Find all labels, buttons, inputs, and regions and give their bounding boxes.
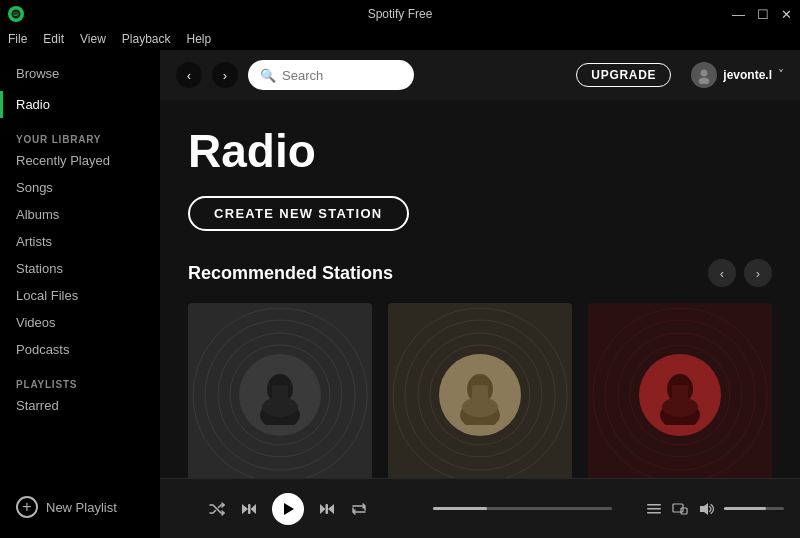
stations-grid: Post Malone — [188, 303, 772, 478]
artist-avatar-khalid — [439, 354, 522, 437]
svg-rect-20 — [325, 504, 328, 514]
right-controls — [646, 501, 784, 517]
main-area: Browse Radio YOUR LIBRARY Recently Playe… — [0, 50, 800, 538]
prev-button[interactable] — [240, 500, 258, 518]
recently-played-label: Recently Played — [16, 153, 110, 168]
content-area: ‹ › 🔍 UPGRADE jevonte.l ˅ — [160, 50, 800, 538]
local-files-label: Local Files — [16, 288, 78, 303]
user-menu[interactable]: jevonte.l ˅ — [691, 62, 784, 88]
volume-bar[interactable] — [724, 507, 784, 510]
create-station-button[interactable]: CREATE NEW STATION — [188, 196, 409, 231]
menu-playback[interactable]: Playback — [122, 32, 171, 46]
artists-label: Artists — [16, 234, 52, 249]
section-prev-button[interactable]: ‹ — [708, 259, 736, 287]
progress-area — [411, 507, 634, 510]
menubar: File Edit View Playback Help — [0, 28, 800, 50]
svg-rect-23 — [647, 508, 661, 510]
svg-rect-22 — [647, 504, 661, 506]
menu-view[interactable]: View — [80, 32, 106, 46]
maximize-button[interactable]: ☐ — [757, 7, 769, 22]
podcasts-label: Podcasts — [16, 342, 69, 357]
artist-avatar-postmalone — [239, 354, 322, 437]
list-icon[interactable] — [646, 501, 662, 517]
plus-circle-icon: + — [16, 496, 38, 518]
svg-marker-18 — [284, 503, 294, 515]
sidebar-item-artists[interactable]: Artists — [0, 228, 160, 255]
new-playlist-button[interactable]: + New Playlist — [0, 486, 160, 528]
page-title: Radio — [188, 124, 772, 178]
section-nav: ‹ › — [708, 259, 772, 287]
section-next-button[interactable]: › — [744, 259, 772, 287]
sidebar-item-starred[interactable]: Starred — [0, 392, 160, 419]
devices-icon[interactable] — [672, 501, 688, 517]
sidebar-item-videos[interactable]: Videos — [0, 309, 160, 336]
starred-label: Starred — [16, 398, 59, 413]
station-card-21savage[interactable]: 21 Savage — [588, 303, 772, 478]
section-header: Recommended Stations ‹ › — [188, 259, 772, 287]
recommended-title: Recommended Stations — [188, 263, 393, 284]
play-button[interactable] — [272, 493, 304, 525]
spotify-logo — [8, 6, 24, 22]
sidebar-item-local-files[interactable]: Local Files — [0, 282, 160, 309]
chevron-down-icon: ˅ — [778, 68, 784, 82]
artist-avatar-21savage — [639, 354, 722, 437]
sidebar-item-songs[interactable]: Songs — [0, 174, 160, 201]
shuffle-button[interactable] — [208, 500, 226, 518]
svg-rect-24 — [647, 512, 661, 514]
albums-label: Albums — [16, 207, 59, 222]
sidebar-item-stations[interactable]: Stations — [0, 255, 160, 282]
repeat-button[interactable] — [350, 500, 368, 518]
progress-fill — [433, 507, 487, 510]
svg-marker-17 — [250, 504, 256, 514]
stations-label: Stations — [16, 261, 63, 276]
titlebar: Spotify Free — ☐ ✕ — [0, 0, 800, 28]
sidebar-item-radio[interactable]: Radio — [0, 91, 160, 118]
browse-label: Browse — [16, 66, 59, 81]
volume-icon[interactable] — [698, 501, 714, 517]
station-card-postmalone[interactable]: Post Malone — [188, 303, 372, 478]
svg-point-1 — [701, 70, 708, 77]
volume-fill — [724, 507, 766, 510]
progress-bar[interactable] — [433, 507, 611, 510]
station-image-21savage — [588, 303, 772, 478]
sidebar-item-browse[interactable]: Browse — [0, 60, 160, 87]
svg-marker-21 — [320, 504, 326, 514]
videos-label: Videos — [16, 315, 56, 330]
username: jevonte.l — [723, 68, 772, 82]
svg-rect-16 — [248, 504, 251, 514]
svg-marker-15 — [242, 504, 248, 514]
radio-label: Radio — [16, 97, 50, 112]
navbar: ‹ › 🔍 UPGRADE jevonte.l ˅ — [160, 50, 800, 100]
player-controls — [176, 493, 399, 525]
playlists-heading: PLAYLISTS — [0, 373, 160, 392]
sidebar-item-recently-played[interactable]: Recently Played — [0, 147, 160, 174]
upgrade-button[interactable]: UPGRADE — [576, 63, 671, 87]
sidebar-item-albums[interactable]: Albums — [0, 201, 160, 228]
search-icon: 🔍 — [260, 68, 276, 83]
menu-edit[interactable]: Edit — [43, 32, 64, 46]
window-controls[interactable]: — ☐ ✕ — [732, 7, 792, 22]
close-button[interactable]: ✕ — [781, 7, 792, 22]
forward-button[interactable]: › — [212, 62, 238, 88]
sidebar-item-podcasts[interactable]: Podcasts — [0, 336, 160, 363]
minimize-button[interactable]: — — [732, 7, 745, 22]
avatar — [691, 62, 717, 88]
back-button[interactable]: ‹ — [176, 62, 202, 88]
svg-rect-26 — [681, 508, 687, 514]
station-image-postmalone — [188, 303, 372, 478]
svg-point-10 — [462, 397, 498, 417]
svg-point-14 — [662, 397, 698, 417]
page-content: Radio CREATE NEW STATION Recommended Sta… — [160, 100, 800, 478]
station-card-khalid[interactable]: Khalid — [388, 303, 572, 478]
menu-file[interactable]: File — [8, 32, 27, 46]
songs-label: Songs — [16, 180, 53, 195]
svg-marker-19 — [328, 504, 334, 514]
search-input[interactable] — [282, 68, 402, 83]
search-bar[interactable]: 🔍 — [248, 60, 414, 90]
menu-help[interactable]: Help — [187, 32, 212, 46]
next-button[interactable] — [318, 500, 336, 518]
your-library-heading: YOUR LIBRARY — [0, 128, 160, 147]
svg-marker-27 — [700, 503, 708, 515]
new-playlist-label: New Playlist — [46, 500, 117, 515]
sidebar: Browse Radio YOUR LIBRARY Recently Playe… — [0, 50, 160, 538]
